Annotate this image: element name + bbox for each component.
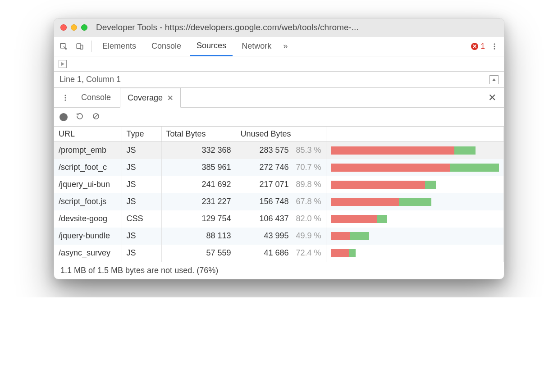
usage-bar-used [349,249,356,257]
usage-bar-unused [331,232,350,240]
unused-value: 156 748 [259,197,288,206]
col-type-header[interactable]: Type [122,127,161,142]
close-drawer-icon[interactable]: ✕ [485,92,499,104]
usage-bar-used [454,146,476,155]
cell-usage-bar [326,193,504,210]
cell-type: JS [122,176,161,193]
tab-sources[interactable]: Sources [190,36,233,56]
cell-unused-bytes: 217 07189.8 % [236,176,326,193]
col-total-header[interactable]: Total Bytes [161,127,236,142]
titlebar: Developer Tools - https://developers.goo… [54,18,504,36]
drawer-tab-coverage[interactable]: Coverage ✕ [120,88,181,108]
tab-network[interactable]: Network [235,36,278,56]
record-button[interactable] [59,113,68,121]
table-row[interactable]: /jquery-bundleJS88 11343 99549.9 % [54,228,504,245]
table-row[interactable]: /prompt_embJS332 368283 57585.3 % [54,142,504,159]
window-title: Developer Tools - https://developers.goo… [91,23,498,32]
cell-total-bytes: 231 227 [161,193,236,210]
usage-bar-unused [331,215,377,223]
unused-percent: 82.0 % [293,214,321,223]
cell-unused-bytes: 106 43782.0 % [236,210,326,228]
cell-url: /async_survey [54,245,122,262]
usage-bar-used [450,164,499,172]
svg-line-12 [94,114,98,118]
svg-marker-7 [492,78,496,81]
table-row[interactable]: /devsite-googCSS129 754106 43782.0 % [54,210,504,228]
cell-type: JS [122,159,161,176]
usage-bar-unused [331,249,349,257]
unused-value: 217 071 [259,180,288,189]
collapse-drawer-icon[interactable] [489,75,499,84]
cell-type: JS [122,245,161,262]
cursor-position: Line 1, Column 1 [59,75,121,84]
close-window-button[interactable] [60,24,67,31]
drawer-kebab-icon[interactable] [59,91,72,105]
drawer-tab-coverage-label: Coverage [128,93,163,103]
col-unused-header[interactable]: Unused Bytes [236,127,326,142]
unused-value: 43 995 [264,231,288,241]
unused-value: 106 437 [259,214,288,223]
kebab-menu-icon[interactable] [488,40,501,53]
cell-unused-bytes: 43 99549.9 % [236,228,326,245]
drawer-tab-console[interactable]: Console [74,88,118,108]
col-url-header[interactable]: URL [54,127,122,142]
col-bar-header[interactable] [326,127,504,142]
usage-bar [331,249,356,257]
cell-total-bytes: 88 113 [161,228,236,245]
svg-point-5 [494,48,495,49]
more-tabs-button[interactable]: » [280,36,290,56]
cell-url: /jquery_ui-bun [54,176,122,193]
table-row[interactable]: /jquery_ui-bunJS241 692217 07189.8 % [54,176,504,193]
main-tabs: Elements Console Sources Network » ✕ 1 [54,36,504,56]
usage-bar-used [425,181,436,189]
cell-usage-bar [326,142,504,159]
cell-usage-bar [326,159,504,176]
window-controls [60,24,87,31]
usage-bar [331,232,369,240]
tab-elements[interactable]: Elements [96,36,142,56]
svg-point-10 [65,99,66,100]
unused-percent: 85.3 % [293,146,321,155]
cell-unused-bytes: 283 57585.3 % [236,142,326,159]
unused-value: 41 686 [264,248,288,258]
navigator-toggle-icon[interactable] [59,60,67,68]
device-toggle-icon[interactable] [73,40,87,53]
devtools-window: Developer Tools - https://developers.goo… [54,18,504,279]
cell-unused-bytes: 156 74867.8 % [236,193,326,210]
error-badge[interactable]: ✕ 1 [471,42,485,51]
error-count: 1 [481,42,485,51]
table-row[interactable]: /script_foot.jsJS231 227156 74867.8 % [54,193,504,210]
unused-percent: 72.4 % [293,248,321,258]
reload-icon[interactable] [76,112,84,122]
cell-total-bytes: 241 692 [161,176,236,193]
usage-bar [331,146,476,155]
cell-total-bytes: 332 368 [161,142,236,159]
cell-type: JS [122,228,161,245]
table-row[interactable]: /script_foot_cJS385 961272 74670.7 % [54,159,504,176]
sources-subbar [54,56,504,72]
usage-bar [331,215,387,223]
inspect-icon[interactable] [57,40,70,53]
unused-percent: 67.8 % [293,197,321,206]
cell-type: JS [122,142,161,159]
close-tab-icon[interactable]: ✕ [167,94,173,102]
svg-point-4 [494,46,495,47]
tab-console[interactable]: Console [145,36,188,56]
coverage-toolbar [54,108,504,127]
cell-usage-bar [326,210,504,228]
clear-icon[interactable] [92,112,100,122]
cell-unused-bytes: 272 74670.7 % [236,159,326,176]
usage-bar [331,164,499,172]
drawer-tabs: Console Coverage ✕ ✕ [54,88,504,108]
minimize-window-button[interactable] [71,24,77,31]
cell-total-bytes: 385 961 [161,159,236,176]
table-row[interactable]: /async_surveyJS57 55941 68672.4 % [54,245,504,262]
maximize-window-button[interactable] [81,24,87,31]
error-icon: ✕ [471,43,478,50]
usage-bar-unused [331,198,399,206]
usage-bar-unused [331,181,425,189]
cell-usage-bar [326,245,504,262]
cell-total-bytes: 57 559 [161,245,236,262]
cell-url: /jquery-bundle [54,228,122,245]
unused-percent: 89.8 % [293,180,321,189]
